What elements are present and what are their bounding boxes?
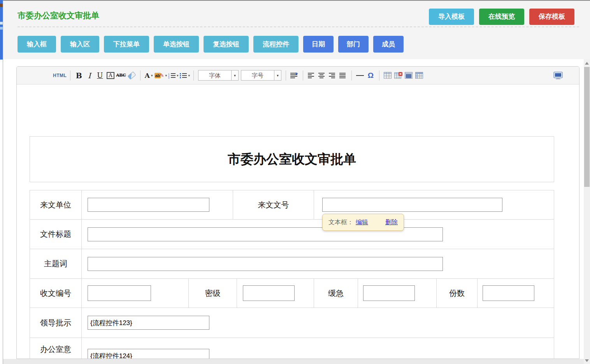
insert-date-button[interactable]: 日期: [303, 36, 334, 53]
font-size-value: 字号: [241, 70, 274, 80]
online-preview-button[interactable]: 在线预览: [479, 9, 524, 25]
chevron-down-icon: ▾: [165, 74, 167, 77]
border-text-button[interactable]: A: [105, 70, 115, 81]
insert-flow-control-button[interactable]: 流程控件: [253, 36, 299, 53]
dashed-divider: [18, 26, 579, 27]
document-title: 市委办公室收文审批单: [228, 151, 356, 168]
chevron-down-icon: ▾: [177, 74, 179, 77]
copies-input[interactable]: [483, 285, 534, 301]
delete-table-button[interactable]: [393, 70, 403, 81]
align-right-button[interactable]: [328, 70, 337, 81]
chevron-down-icon: ▾: [188, 74, 190, 77]
eraser-icon: [127, 71, 136, 79]
save-template-button[interactable]: 保存模板: [529, 9, 574, 25]
unordered-list-icon: [179, 72, 187, 79]
underline-button[interactable]: U: [95, 70, 105, 81]
align-justify-button[interactable]: [338, 70, 348, 81]
boxed-a-icon: A: [107, 72, 114, 79]
subject-input[interactable]: [88, 257, 443, 271]
table-cell: [82, 308, 555, 338]
italic-button[interactable]: I: [84, 70, 94, 81]
bold-button[interactable]: B: [74, 70, 84, 81]
chevron-down-icon: ▾: [151, 74, 153, 77]
table-icon: [384, 72, 392, 79]
editor-canvas[interactable]: 市委办公室收文审批单 来文单位 来文文号 文件标题: [17, 84, 579, 359]
font-color-button[interactable]: A▾: [144, 70, 154, 81]
horizontal-rule-button[interactable]: [355, 70, 365, 81]
html-source-button[interactable]: HTML: [53, 70, 67, 81]
table-cell: [82, 279, 189, 308]
horizontal-rule-icon: [356, 75, 364, 76]
document-title-cell: 市委办公室收文审批单: [30, 136, 554, 182]
merge-cells-button[interactable]: [404, 70, 414, 81]
leader-note-input[interactable]: [88, 316, 209, 330]
toolbar-separator: [286, 70, 286, 81]
scroll-down-arrow-icon[interactable]: [585, 359, 589, 362]
align-right-icon: [329, 72, 336, 78]
insert-paragraph-button[interactable]: [290, 70, 299, 81]
vertical-scrollbar[interactable]: [584, 59, 590, 364]
delete-field-link[interactable]: 删除: [385, 218, 398, 227]
scroll-up-arrow-icon[interactable]: [585, 62, 589, 65]
toolbar-separator: [379, 70, 379, 81]
toolbar-separator: [351, 70, 352, 81]
align-left-icon: [308, 72, 315, 78]
font-family-select[interactable]: 字体▾: [198, 70, 239, 81]
import-template-button[interactable]: 导入模板: [429, 9, 474, 25]
delete-table-icon: [394, 72, 402, 79]
highlight-color-button[interactable]: ab✎▾: [155, 70, 167, 81]
urgency-input[interactable]: [363, 285, 415, 301]
remove-format-button[interactable]: [127, 70, 137, 81]
background-window-glyph: [0, 4, 3, 7]
svg-text:3: 3: [168, 77, 170, 79]
insert-input-box-button[interactable]: 输入框: [18, 36, 56, 53]
doc-no-label: 来文文号: [233, 190, 314, 219]
doc-no-input[interactable]: [322, 198, 502, 212]
merge-cells-icon: [405, 72, 413, 79]
align-center-icon: [318, 72, 325, 78]
urgency-label: 缓急: [314, 279, 358, 308]
font-family-value: 字体: [198, 70, 231, 80]
scrollbar-thumb[interactable]: [584, 67, 590, 187]
table-row: 文件标题: [30, 220, 554, 249]
insert-table-button[interactable]: [383, 70, 393, 81]
edit-field-link[interactable]: 编辑: [356, 218, 368, 227]
unit-input[interactable]: [88, 198, 209, 212]
field-edit-tooltip: 文本框： 编辑 删除: [322, 214, 404, 231]
special-char-button[interactable]: Ω: [366, 70, 376, 81]
insert-textarea-button[interactable]: 输入区: [61, 36, 99, 53]
monitor-icon: [553, 72, 563, 79]
editor-toolbar: HTML B I U A ABC A▾ ab✎▾ 123 ▾ ▾ 字体▾ 字号▾: [17, 67, 579, 84]
approval-form-table: 来文单位 来文文号 文件标题 主题词: [30, 190, 554, 359]
table-row: 来文单位 来文文号: [30, 190, 554, 220]
insert-radio-button[interactable]: 单选按钮: [154, 36, 199, 53]
table-cell: [478, 279, 555, 308]
insert-member-button[interactable]: 成员: [373, 36, 404, 53]
secrecy-input[interactable]: [243, 285, 295, 301]
table-cell: [82, 190, 233, 219]
font-size-select[interactable]: 字号▾: [241, 70, 281, 81]
office-opinion-input[interactable]: [88, 349, 209, 359]
align-left-button[interactable]: [307, 70, 316, 81]
table-properties-button[interactable]: [414, 70, 424, 81]
table-row: 主题词: [30, 249, 554, 279]
fullscreen-preview-button[interactable]: [553, 70, 563, 81]
table-cell: [237, 279, 314, 308]
insert-dropdown-button[interactable]: 下拉菜单: [104, 36, 149, 53]
ordered-list-button[interactable]: 123 ▾: [168, 70, 179, 81]
pencil-icon: ✎: [160, 72, 164, 78]
copies-label: 份数: [437, 279, 478, 308]
table-cell: [82, 338, 555, 359]
toolbar-separator: [70, 70, 70, 81]
indent-icon: [290, 72, 298, 79]
unordered-list-button[interactable]: ▾: [179, 70, 190, 81]
font-color-icon: A: [145, 72, 150, 79]
insert-department-button[interactable]: 部门: [338, 36, 369, 53]
strikethrough-button[interactable]: ABC: [116, 70, 126, 81]
ordered-list-icon: 123: [168, 72, 176, 79]
insert-checkbox-button[interactable]: 复选按钮: [204, 36, 249, 53]
secrecy-label: 密级: [189, 279, 237, 308]
align-center-button[interactable]: [317, 70, 327, 81]
receipt-no-input[interactable]: [88, 285, 151, 301]
align-justify-icon: [339, 72, 346, 78]
